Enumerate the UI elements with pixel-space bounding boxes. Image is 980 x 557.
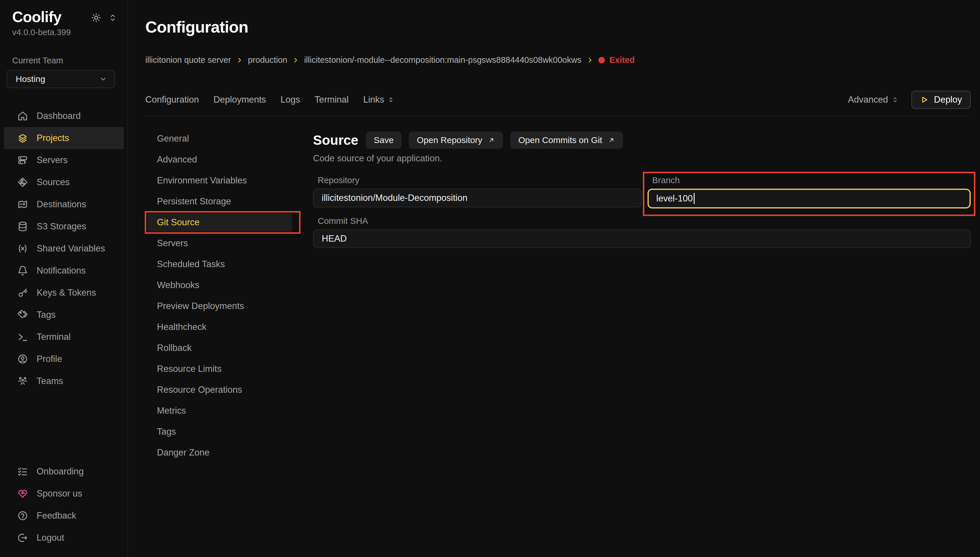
theme-toggle-sun-icon[interactable] bbox=[91, 13, 101, 23]
sidebar-item-label: Notifications bbox=[37, 265, 86, 276]
sidebar-item-projects[interactable]: Projects bbox=[4, 127, 124, 149]
breadcrumb-environment[interactable]: production bbox=[248, 55, 287, 65]
breadcrumb: illicitonion quote server production ill… bbox=[145, 55, 971, 65]
page-title: Configuration bbox=[145, 18, 971, 36]
tabs: Configuration Deployments Logs Terminal … bbox=[145, 94, 394, 105]
subnav-item-resource-limits[interactable]: Resource Limits bbox=[147, 360, 292, 378]
sidebar-item-profile[interactable]: Profile bbox=[4, 348, 124, 370]
repository-input[interactable] bbox=[313, 189, 642, 207]
tab-configuration[interactable]: Configuration bbox=[145, 94, 199, 105]
subnav-item-rollback[interactable]: Rollback bbox=[147, 339, 292, 357]
repository-label: Repository bbox=[313, 175, 642, 185]
bell-icon bbox=[18, 265, 28, 276]
sidebar-item-label: Logout bbox=[37, 533, 64, 543]
current-team-label: Current Team bbox=[0, 56, 127, 65]
subnav-item-resource-operations[interactable]: Resource Operations bbox=[147, 381, 292, 399]
sidebar-item-label: Sources bbox=[37, 177, 70, 187]
subnav-item-tags[interactable]: Tags bbox=[147, 422, 292, 441]
sidebar-item-feedback[interactable]: Feedback bbox=[4, 505, 124, 527]
subnav-item-general[interactable]: General bbox=[147, 129, 292, 148]
subnav-item-webhooks[interactable]: Webhooks bbox=[147, 276, 292, 295]
chevron-right-icon bbox=[236, 57, 243, 64]
tab-deployments[interactable]: Deployments bbox=[213, 94, 266, 105]
sidebar-item-teams[interactable]: Teams bbox=[4, 370, 124, 392]
commit-sha-label: Commit SHA bbox=[313, 216, 971, 226]
subnav-item-preview-deployments[interactable]: Preview Deployments bbox=[147, 297, 292, 316]
layers-icon bbox=[18, 133, 28, 143]
play-icon bbox=[920, 95, 929, 104]
text-cursor bbox=[694, 193, 695, 204]
tabs-row: Configuration Deployments Logs Terminal … bbox=[145, 90, 971, 109]
app-version: v4.0.0-beta.399 bbox=[12, 28, 117, 37]
sidebar-item-s3-storages[interactable]: S3 Storages bbox=[4, 215, 124, 238]
tab-links[interactable]: Links bbox=[363, 94, 394, 105]
open-commits-label: Open Commits on Git bbox=[518, 135, 602, 145]
open-commits-button[interactable]: Open Commits on Git bbox=[510, 132, 622, 148]
subnav-item-danger-zone[interactable]: Danger Zone bbox=[147, 443, 292, 462]
sidebar-item-label: Keys & Tokens bbox=[37, 288, 96, 298]
sidebar-item-label: Terminal bbox=[37, 332, 71, 342]
user-icon bbox=[18, 354, 28, 364]
users-icon bbox=[18, 376, 28, 386]
chevron-right-icon bbox=[293, 57, 299, 64]
subnav-item-label: Git Source bbox=[157, 217, 199, 228]
sidebar-item-onboarding[interactable]: Onboarding bbox=[4, 461, 124, 482]
breadcrumb-resource[interactable]: illicitestonion/-module--decomposition:m… bbox=[304, 55, 581, 65]
sidebar-item-shared-variables[interactable]: Shared Variables bbox=[4, 238, 124, 260]
sidebar-footer: Onboarding Sponsor us Feedback Logout bbox=[0, 461, 127, 549]
sidebar-item-dashboard[interactable]: Dashboard bbox=[4, 105, 124, 127]
map-icon bbox=[18, 199, 28, 210]
main-content: Configuration illicitonion quote server … bbox=[128, 0, 980, 557]
advanced-selector[interactable]: Advanced bbox=[848, 94, 899, 105]
open-repository-label: Open Repository bbox=[417, 135, 482, 145]
chevron-down-icon bbox=[99, 75, 107, 83]
source-heading: Source bbox=[313, 132, 358, 148]
sidebar-item-label: Sponsor us bbox=[37, 489, 82, 499]
sidebar-item-tags[interactable]: Tags bbox=[4, 304, 124, 326]
question-icon bbox=[18, 510, 28, 521]
sidebar-item-logout[interactable]: Logout bbox=[4, 527, 124, 549]
sidebar: Coolify v4.0.0-beta.399 Current Team Hos… bbox=[0, 0, 128, 557]
tab-terminal[interactable]: Terminal bbox=[315, 94, 349, 105]
home-icon bbox=[18, 111, 28, 121]
sidebar-item-label: Projects bbox=[37, 133, 69, 143]
team-select-value: Hosting bbox=[16, 74, 46, 84]
subnav-item-advanced[interactable]: Advanced bbox=[147, 150, 292, 169]
tag-icon bbox=[18, 309, 28, 320]
sidebar-item-servers[interactable]: Servers bbox=[4, 149, 124, 171]
sidebar-item-sources[interactable]: Sources bbox=[4, 171, 124, 193]
open-repository-button[interactable]: Open Repository bbox=[409, 132, 503, 148]
deploy-button[interactable]: Deploy bbox=[912, 91, 971, 109]
subnav-item-metrics[interactable]: Metrics bbox=[147, 401, 292, 420]
subnav-item-git-source[interactable]: Git Source bbox=[147, 213, 292, 232]
sidebar-item-notifications[interactable]: Notifications bbox=[4, 260, 124, 282]
arrow-up-right-icon bbox=[608, 137, 615, 143]
key-icon bbox=[18, 288, 28, 298]
source-fields: Repository Branch level-100 Commit SHA bbox=[313, 175, 971, 248]
commit-sha-input[interactable] bbox=[313, 230, 971, 248]
tab-logs[interactable]: Logs bbox=[280, 94, 300, 105]
sidebar-item-terminal[interactable]: Terminal bbox=[4, 326, 124, 348]
source-description: Code source of your application. bbox=[313, 153, 971, 164]
sidebar-collapse-chevrons-icon[interactable] bbox=[109, 14, 117, 22]
sidebar-item-label: Tags bbox=[37, 309, 55, 320]
sidebar-item-label: Destinations bbox=[37, 199, 86, 210]
branch-input[interactable]: level-100 bbox=[647, 189, 971, 208]
subnav-item-persistent-storage[interactable]: Persistent Storage bbox=[147, 192, 292, 211]
save-button[interactable]: Save bbox=[366, 132, 401, 148]
subnav-item-healthcheck[interactable]: Healthcheck bbox=[147, 318, 292, 336]
sidebar-item-destinations[interactable]: Destinations bbox=[4, 193, 124, 215]
subnav-item-scheduled-tasks[interactable]: Scheduled Tasks bbox=[147, 255, 292, 274]
sidebar-item-sponsor-us[interactable]: Sponsor us bbox=[4, 482, 124, 505]
subnav-item-servers[interactable]: Servers bbox=[147, 234, 292, 252]
server-icon bbox=[18, 155, 28, 165]
subnav-item-environment-variables[interactable]: Environment Variables bbox=[147, 171, 292, 190]
team-select[interactable]: Hosting bbox=[7, 70, 115, 88]
tab-links-label: Links bbox=[363, 94, 384, 105]
git-source-panel: Source Save Open Repository Open Commits… bbox=[313, 117, 971, 557]
breadcrumb-project[interactable]: illicitonion quote server bbox=[145, 55, 231, 65]
sidebar-item-label: S3 Storages bbox=[37, 221, 86, 232]
sidebar-item-keys-tokens[interactable]: Keys & Tokens bbox=[4, 282, 124, 304]
chevrons-up-down-icon bbox=[388, 96, 394, 103]
status-text: Exited bbox=[609, 55, 635, 65]
